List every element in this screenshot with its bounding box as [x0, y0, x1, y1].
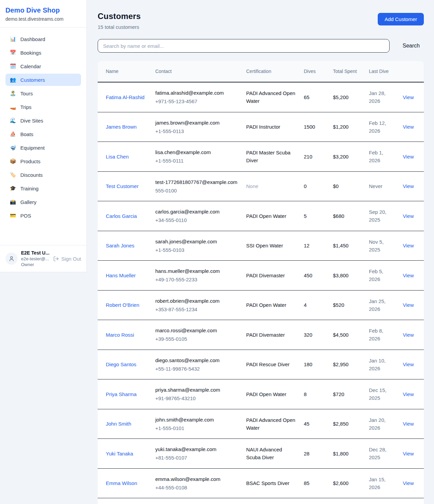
customer-name-cell: Yuki Tanaka [98, 439, 151, 469]
sidebar-item-label: POS [20, 213, 31, 219]
table-header: NameContactCertificationDivesTotal Spent… [98, 61, 424, 82]
view-link[interactable]: View [403, 94, 414, 100]
view-link[interactable]: View [403, 213, 414, 219]
customer-name-cell: Emma Wilson [98, 468, 151, 498]
customer-name-link[interactable]: Marco Rossi [106, 332, 134, 338]
sidebar-item-gallery[interactable]: 📸Gallery [5, 196, 81, 208]
sidebar-item-training[interactable]: 🎓Training [5, 182, 81, 194]
customers-table-card: NameContactCertificationDivesTotal Spent… [98, 61, 424, 504]
customer-last-dive-cell: Jan 10, 2026 [365, 350, 399, 379]
view-link[interactable]: View [403, 451, 414, 456]
search-button[interactable]: Search [398, 40, 424, 52]
customer-name-link[interactable]: Yuki Tanaka [106, 451, 133, 456]
view-link[interactable]: View [403, 243, 414, 248]
dive-sites-icon: 🌊 [9, 117, 16, 124]
sidebar-item-label: Boats [20, 131, 33, 137]
add-customer-button[interactable]: Add Customer [378, 13, 424, 25]
customer-contact-cell: keiko.yamamoto@example.com+81-90-1234-56… [151, 498, 242, 504]
user-email: e2e-tester@... [21, 256, 49, 261]
brand-name: Demo Dive Shop [5, 6, 81, 14]
sidebar-item-dashboard[interactable]: 📊Dashboard [5, 33, 81, 45]
customer-email: yuki.tanaka@example.com [155, 445, 238, 453]
view-link[interactable]: View [403, 332, 414, 338]
sign-out-button[interactable]: Sign Out [53, 256, 81, 262]
view-link[interactable]: View [403, 302, 414, 308]
customer-name-link[interactable]: Hans Mueller [106, 273, 136, 278]
customer-name-link[interactable]: Diego Santos [106, 361, 136, 367]
view-link[interactable]: View [403, 183, 414, 189]
user-name: E2E Test U... [21, 250, 49, 256]
sidebar-item-calendar[interactable]: 🗓️Calendar [5, 60, 81, 72]
sidebar-item-dive-sites[interactable]: 🌊Dive Sites [5, 114, 81, 127]
table-row: Lisa Chenlisa.chen@example.com+1-555-011… [98, 142, 424, 172]
customer-phone: +81-555-0107 [155, 454, 238, 462]
column-header-dives: Dives [300, 61, 329, 82]
discounts-icon: 🏷️ [9, 172, 16, 178]
user-role: Owner [21, 262, 49, 267]
customer-name-link[interactable]: Test Customer [106, 183, 139, 189]
view-link[interactable]: View [403, 361, 414, 367]
page-header-text: Customers 15 total customers [98, 12, 141, 30]
customer-name-link[interactable]: Sarah Jones [106, 243, 134, 248]
sidebar-item-equipment[interactable]: 🤿Equipment [5, 142, 81, 154]
sidebar-item-label: Training [20, 186, 39, 191]
customer-last-dive-cell: Feb 5, 2026 [365, 261, 399, 291]
view-link[interactable]: View [403, 421, 414, 427]
customer-name-link[interactable]: Priya Sharma [106, 391, 137, 397]
sidebar-item-label: Trips [20, 104, 32, 110]
view-link[interactable]: View [403, 391, 414, 397]
sidebar-item-boats[interactable]: ⛵Boats [5, 128, 81, 140]
customer-action-cell: View [399, 439, 424, 469]
search-input[interactable] [98, 39, 390, 53]
customer-name-link[interactable]: Lisa Chen [106, 154, 129, 160]
sidebar-item-discounts[interactable]: 🏷️Discounts [5, 169, 81, 181]
customer-action-cell: View [399, 409, 424, 439]
customer-total-spent-cell: $3,800 [329, 261, 365, 291]
customer-total-spent-cell: $1,800 [329, 439, 365, 469]
customer-action-cell: View [399, 290, 424, 320]
customer-total-spent-cell: $520 [329, 290, 365, 320]
sidebar-item-pos[interactable]: 💳POS [5, 209, 81, 222]
customer-action-cell: View [399, 171, 424, 201]
sidebar-item-label: Bookings [20, 50, 41, 56]
view-link[interactable]: View [403, 154, 414, 160]
bookings-icon: 📅 [9, 50, 16, 56]
customer-action-cell: View [399, 379, 424, 409]
customer-name-link[interactable]: James Brown [106, 124, 137, 130]
sidebar-item-trips[interactable]: 🚤Trips [5, 101, 81, 113]
table-row: Test Customertest-1772681807767@example.… [98, 171, 424, 201]
customer-name-link[interactable]: Emma Wilson [106, 480, 137, 486]
sidebar-item-customers[interactable]: 👥Customers [5, 74, 81, 86]
customer-dives-cell: 45 [300, 409, 329, 439]
avatar [5, 253, 18, 265]
sidebar-item-products[interactable]: 📦Products [5, 155, 81, 167]
customer-name-link[interactable]: Robert O'Brien [106, 302, 139, 308]
customer-phone: +971-55-123-4567 [155, 97, 238, 105]
customer-name-link[interactable]: John Smith [106, 421, 131, 427]
customer-action-cell: View [399, 142, 424, 172]
sign-out-label: Sign Out [61, 256, 81, 262]
customer-certification-cell: NAUI Advanced Scuba Diver [242, 439, 300, 469]
view-link[interactable]: View [403, 273, 414, 278]
customer-name-link[interactable]: Fatima Al-Rashid [106, 94, 144, 100]
customer-total-spent-cell: $3,200 [329, 142, 365, 172]
view-link[interactable]: View [403, 124, 414, 130]
customer-last-dive-cell: Nov 5, 2025 [365, 231, 399, 261]
table-row: Yuki Tanakayuki.tanaka@example.com+81-55… [98, 439, 424, 469]
customer-certification-cell: PADI Open Water [242, 201, 300, 231]
sidebar-item-label: Products [20, 158, 40, 164]
view-link[interactable]: View [403, 480, 414, 486]
sidebar-item-tours[interactable]: 🏝️Tours [5, 87, 81, 99]
customer-contact-cell: diego.santos@example.com+55-11-99876-543… [151, 350, 242, 379]
customer-certification-cell: PADI Advanced Open Water [242, 82, 300, 112]
sidebar-item-bookings[interactable]: 📅Bookings [5, 46, 81, 59]
equipment-icon: 🤿 [9, 145, 16, 151]
customer-action-cell: View [399, 498, 424, 504]
user-icon [8, 256, 15, 262]
customer-name-link[interactable]: Carlos Garcia [106, 213, 137, 219]
column-header-total-spent: Total Spent [329, 61, 365, 82]
customer-total-spent-cell: $2,600 [329, 468, 365, 498]
customer-action-cell: View [399, 112, 424, 142]
customer-last-dive-cell: Jan 15, 2026 [365, 468, 399, 498]
customers-icon: 👥 [9, 77, 16, 83]
